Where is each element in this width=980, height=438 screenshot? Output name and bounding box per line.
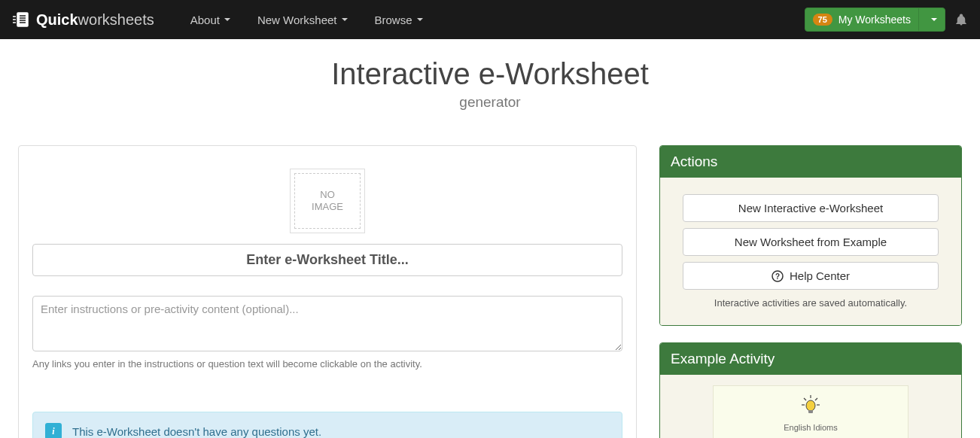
nav-new-worksheet[interactable]: New Worksheet xyxy=(244,2,361,38)
page-header: Interactive e-Worksheet generator xyxy=(0,39,980,120)
svg-point-15 xyxy=(806,400,815,411)
nav-browse[interactable]: Browse xyxy=(361,2,437,38)
caret-down-icon xyxy=(224,18,230,21)
image-upload-placeholder[interactable]: NO IMAGE xyxy=(290,169,365,233)
autosave-note: Interactive activities are saved automat… xyxy=(683,297,939,309)
page-subtitle: generator xyxy=(0,94,980,111)
caret-down-icon xyxy=(931,18,937,21)
question-circle-icon: ? xyxy=(772,270,784,282)
example-body: English Idioms xyxy=(660,375,961,438)
actions-panel: Actions New Interactive e-Worksheet New … xyxy=(659,145,962,326)
svg-text:?: ? xyxy=(775,272,780,281)
example-activity-card[interactable]: English Idioms xyxy=(713,385,908,438)
editor-panel: NO IMAGE Any links you enter in the inst… xyxy=(18,145,637,438)
nav-links: About New Worksheet Browse xyxy=(177,2,437,38)
my-worksheets-main[interactable]: 75 My Worksheets xyxy=(805,8,918,31)
my-worksheets-dropdown[interactable] xyxy=(918,8,945,31)
bell-icon[interactable] xyxy=(954,13,968,26)
brand-light: worksheets xyxy=(78,11,154,29)
top-navbar: Quickworksheets About New Worksheet Brow… xyxy=(0,0,980,39)
instructions-textarea[interactable] xyxy=(32,296,622,351)
empty-alert-text: This e-Worksheet doesn't have any questi… xyxy=(72,425,321,438)
worksheet-title-input[interactable] xyxy=(32,244,622,276)
caret-down-icon xyxy=(417,18,423,21)
brand-bold: Quick xyxy=(36,11,78,29)
actions-body: New Interactive e-Worksheet New Workshee… xyxy=(660,178,961,325)
info-icon: i xyxy=(45,423,62,438)
navbar-right: 75 My Worksheets xyxy=(805,8,968,32)
brand-logo[interactable]: Quickworksheets xyxy=(12,11,154,29)
my-worksheets-button[interactable]: 75 My Worksheets xyxy=(805,8,945,32)
worksheet-count-badge: 75 xyxy=(813,14,832,26)
svg-rect-16 xyxy=(808,410,813,413)
navbar-left: Quickworksheets About New Worksheet Brow… xyxy=(12,2,437,38)
caret-down-icon xyxy=(342,18,348,21)
lightbulb-icon xyxy=(799,394,822,416)
example-header: Example Activity xyxy=(660,343,961,375)
no-image-line1: NO xyxy=(320,189,335,201)
example-card-title: English Idioms xyxy=(721,423,900,432)
help-center-button[interactable]: ? Help Center xyxy=(683,262,939,290)
page-title: Interactive e-Worksheet xyxy=(0,57,980,91)
my-worksheets-label: My Worksheets xyxy=(838,14,911,26)
new-from-example-button[interactable]: New Worksheet from Example xyxy=(683,228,939,256)
svg-line-11 xyxy=(804,398,806,400)
document-stack-icon xyxy=(12,11,32,28)
main-container: NO IMAGE Any links you enter in the inst… xyxy=(0,120,980,438)
actions-header: Actions xyxy=(660,146,961,178)
svg-line-12 xyxy=(815,398,817,400)
main-column: NO IMAGE Any links you enter in the inst… xyxy=(18,145,637,438)
new-interactive-worksheet-button[interactable]: New Interactive e-Worksheet xyxy=(683,194,939,222)
link-hint-text: Any links you enter in the instructions … xyxy=(32,358,622,370)
no-image-box: NO IMAGE xyxy=(294,173,361,229)
nav-about[interactable]: About xyxy=(177,2,244,38)
empty-questions-alert: i This e-Worksheet doesn't have any ques… xyxy=(32,412,622,438)
no-image-line2: IMAGE xyxy=(312,201,343,213)
example-panel: Example Activity English Idioms xyxy=(659,342,962,438)
svg-rect-0 xyxy=(17,13,28,26)
side-column: Actions New Interactive e-Worksheet New … xyxy=(659,145,962,438)
